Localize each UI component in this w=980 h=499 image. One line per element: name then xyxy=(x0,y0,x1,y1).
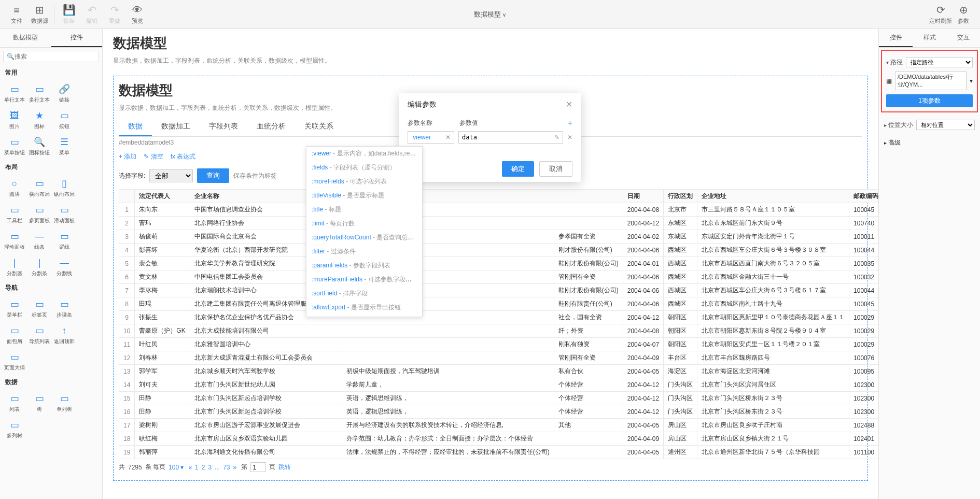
field-select[interactable]: 全部 xyxy=(149,169,193,182)
widget-item[interactable]: ▭单列树 xyxy=(52,390,77,416)
widget-item[interactable]: —线条 xyxy=(27,227,52,254)
widget-item[interactable]: ▭面包屑 xyxy=(2,322,27,348)
autocomplete-item[interactable]: :title - 标题 xyxy=(306,203,422,217)
search-input[interactable] xyxy=(15,53,95,60)
widget-item[interactable]: ★图标 xyxy=(27,107,52,133)
right-tab[interactable]: 样式 xyxy=(913,29,946,47)
params-button[interactable]: ⊕参数 xyxy=(952,2,975,27)
datasource-button[interactable]: ⊞数据源 xyxy=(28,2,51,27)
page-link[interactable]: « xyxy=(188,464,192,471)
path-value[interactable]: /DEMO/data/tables/行业/QYM... xyxy=(895,72,967,90)
widget-item[interactable]: ▭树 xyxy=(27,390,52,416)
table-row[interactable]: 6黄文林中国电信集团工会委员会管刚国有全资2004-04-06西城区北京市西城区… xyxy=(119,270,879,284)
close-icon[interactable]: ✕ xyxy=(566,99,572,109)
autocomplete-item[interactable]: :allowExport - 是否显示导出按钮 xyxy=(306,301,422,315)
tab-datamodel[interactable]: 数据模型 xyxy=(0,29,51,47)
table-row[interactable]: 1朱向东中国市场信息调查业协会2004-04-08北京市市三里河路５８号Ａ座１１… xyxy=(119,203,879,217)
table-row[interactable]: 11叶红民北京雅智圆培训中心刚私有独资2004-04-07朝阳区北京市朝阳区安贞… xyxy=(119,338,879,351)
widget-item[interactable]: ▭菜单按钮 xyxy=(2,133,27,160)
widget-item[interactable]: ▭横向布局 xyxy=(27,175,52,201)
clear-name-icon[interactable]: ✕ xyxy=(445,134,451,141)
autocomplete-item[interactable]: :filter - 过滤条件 xyxy=(306,245,422,259)
cancel-button[interactable]: 取消 xyxy=(539,161,572,177)
widget-item[interactable]: 🖼图片 xyxy=(2,107,27,133)
widget-item[interactable]: 🔗链接 xyxy=(52,80,77,107)
data-tab[interactable]: 数据加工 xyxy=(152,118,200,136)
table-row[interactable]: 18耿红梅北京市房山区良乡双语实验幼儿园办学范围：幼儿教育；办学形式：全日制面授… xyxy=(119,432,879,446)
widget-item[interactable]: ▭多行文本 xyxy=(27,80,52,107)
table-row[interactable]: 16田静北京市门头沟区新起点培训学校英语，逻辑思维训练，个体经营2004-04-… xyxy=(119,405,879,419)
right-tab[interactable]: 交互 xyxy=(946,29,980,47)
autocomplete-item[interactable]: :limit - 每页行数 xyxy=(306,217,422,231)
widget-item[interactable]: ▭多页面板 xyxy=(27,201,52,227)
widget-item[interactable]: |分割器 xyxy=(2,254,27,280)
widget-item[interactable]: ▭步骤条 xyxy=(52,295,77,322)
edit-icon[interactable]: ✎ xyxy=(554,134,559,141)
page-size[interactable]: 100 ▾ xyxy=(169,464,184,471)
table-row[interactable]: 19韩丽萍北京海利通文化传播有限公司法律，法规禁止的，不得经营；应经审批的，未获… xyxy=(119,446,879,459)
table-row[interactable]: 4彭喜坏华夏论衡（北京）西部开发研究院刚才股份有限(公司)2004-04-06西… xyxy=(119,244,879,257)
query-button[interactable]: 查询 xyxy=(197,168,229,183)
file-button[interactable]: ≡文件 xyxy=(5,2,28,27)
widget-item[interactable]: —分割线 xyxy=(52,254,77,280)
widget-item[interactable]: ▭滑动面板 xyxy=(52,201,77,227)
table-row[interactable]: 5裴会敏北京华美学邦教育管理研究院鞋刚才股份有限(公司)2004-04-01西城… xyxy=(119,257,879,270)
clear-action[interactable]: ✎ 清空 xyxy=(144,152,163,161)
param-value-input[interactable] xyxy=(462,134,554,141)
expr-action[interactable]: fx 表达式 xyxy=(171,152,196,161)
page-title-dropdown[interactable]: 数据模型 xyxy=(474,10,506,19)
delete-param-icon[interactable]: ✕ xyxy=(567,134,572,141)
autocomplete-item[interactable]: :titleVisible - 是否显示标题 xyxy=(306,189,422,203)
widget-item[interactable]: ○圆块 xyxy=(2,175,27,201)
widget-item[interactable]: 🔍图标按钮 xyxy=(27,133,52,160)
jump-button[interactable]: 跳转 xyxy=(278,463,291,472)
column-header[interactable]: 企业地址 xyxy=(697,190,849,203)
table-row[interactable]: 17梁树刚北京市房山区游子宏源事业发展促进会开展与经济建设有关的联系投资技术转让… xyxy=(119,419,879,432)
adv-label[interactable]: 高级 xyxy=(884,139,901,146)
autocomplete-item[interactable]: :fields - 字段列表（逗号分割） xyxy=(306,161,422,175)
table-row[interactable]: 13郭学军北京城乡顺天时汽车驾驶学校初级中级短期面授，汽车驾驶培训私有合伙200… xyxy=(119,365,879,378)
column-header[interactable]: 日期 xyxy=(623,190,663,203)
autocomplete-item[interactable]: :sortField - 排序字段 xyxy=(306,287,422,301)
table-row[interactable]: 12刘春林北京新大成沥青混凝土有限公司工会委员会管刚国有全资2004-04-09… xyxy=(119,351,879,365)
page-link[interactable]: 3 xyxy=(208,464,212,471)
page-link[interactable]: 1 xyxy=(195,464,199,471)
table-row[interactable]: 15田静北京市门头沟区新起点培训学校英语，逻辑思维训练，个体经营2004-04-… xyxy=(119,392,879,405)
save-button[interactable]: 💾保存 xyxy=(58,2,80,27)
widget-item[interactable]: ↑返回顶部 xyxy=(52,322,77,348)
pos-select[interactable]: 相对位置 xyxy=(916,120,975,130)
widget-item[interactable]: ▭逻线 xyxy=(52,227,77,254)
page-link[interactable]: » xyxy=(233,464,237,471)
param-count-button[interactable]: 1项参数 xyxy=(886,94,973,107)
tab-widgets[interactable]: 控件 xyxy=(51,29,103,47)
widget-item[interactable]: ▭多列树 xyxy=(2,416,27,443)
widget-item[interactable]: ▭浮动面板 xyxy=(2,227,27,254)
autocomplete-item[interactable]: :allowSelectCell - 是否能框选单元格 xyxy=(306,315,422,317)
table-row[interactable]: 3杨俊萌中国国际商会北京商会参孝国有全资2004-04-02东城区东城区安定门外… xyxy=(119,230,879,244)
add-action[interactable]: + 添加 xyxy=(119,152,136,161)
right-tab[interactable]: 控件 xyxy=(879,29,913,47)
data-tab[interactable]: 字段列表 xyxy=(200,118,247,136)
column-header[interactable]: 邮政编码 xyxy=(849,190,878,203)
widget-item[interactable]: ▭导航列表 xyxy=(27,322,52,348)
param-name-input[interactable] xyxy=(411,134,443,141)
ok-button[interactable]: 确定 xyxy=(502,161,534,177)
autocomplete-item[interactable]: :queryTotalRowCount - 是否查询总行数 xyxy=(306,231,422,245)
table-row[interactable]: 2曹玮北京网络行业协会2004-04-12东城区北京市东城区前门东大街９号100… xyxy=(119,217,879,230)
widget-item[interactable]: ▭标签页 xyxy=(27,295,52,322)
widget-item[interactable]: |分割条 xyxy=(27,254,52,280)
data-tab[interactable]: 血统分析 xyxy=(247,118,295,136)
page-input[interactable] xyxy=(250,462,266,472)
chevron-down-icon[interactable]: ▾ xyxy=(970,77,973,84)
page-link[interactable]: ... xyxy=(215,464,220,471)
widget-item[interactable]: ▭页面大纲 xyxy=(2,348,27,375)
column-header[interactable]: 行政区划 xyxy=(664,190,697,203)
column-header[interactable] xyxy=(554,190,623,203)
widget-item[interactable]: ☰菜单 xyxy=(52,133,77,160)
refresh-button[interactable]: ⟳定时刷新 xyxy=(929,2,952,27)
data-tab[interactable]: 关联关系 xyxy=(295,118,343,136)
table-row[interactable]: 9张振生北京保护名优企业保护名优产品协会社会，国有全资2004-04-12朝阳区… xyxy=(119,311,879,324)
widget-item[interactable]: ▭列表 xyxy=(2,390,27,416)
table-row[interactable]: 8田琨北京建工集团有限责任公司离退休管理服务中心工会鞋刚有限责任(公司)2004… xyxy=(119,297,879,311)
column-header[interactable] xyxy=(119,190,135,203)
